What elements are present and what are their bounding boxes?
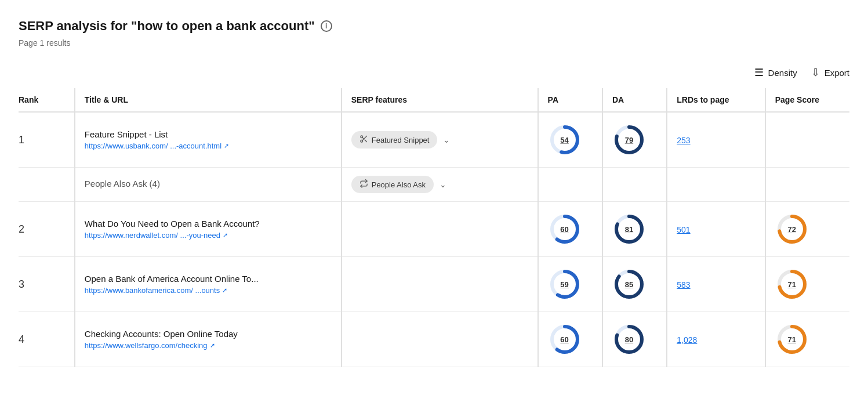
cell-page-score: 71 [765, 312, 849, 367]
external-link-icon: ➚ [224, 142, 229, 150]
toolbar: ☰ Density ⇩ Export [19, 66, 849, 79]
cell-rank: 1 [19, 112, 75, 168]
donut-chart: 60 [548, 323, 582, 356]
col-header-title: Title & URL [75, 88, 342, 112]
result-title: Checking Accounts: Open Online Today [85, 329, 332, 339]
density-label: Density [768, 68, 797, 78]
external-link-icon: ➚ [223, 231, 228, 239]
serp-badge-label: People Also Ask [372, 180, 426, 189]
cell-serp-features [342, 202, 538, 257]
export-icon: ⇩ [811, 66, 820, 79]
cell-rank [19, 168, 75, 202]
cell-page-score [765, 168, 849, 202]
cell-lrds [667, 168, 765, 202]
cell-title-url: Checking Accounts: Open Online Todayhttp… [75, 312, 342, 367]
donut-chart: 79 [612, 123, 646, 157]
export-button[interactable]: ⇩ Export [811, 66, 849, 79]
serp-badge-icon [359, 135, 368, 145]
cell-lrds: 1,028 [667, 312, 765, 367]
chevron-down-icon[interactable]: ⌄ [440, 180, 446, 189]
table-header-row: Rank Title & URL SERP features PA DA LRD… [19, 88, 849, 112]
donut-value[interactable]: 54 [560, 136, 568, 144]
page-subtitle: Page 1 results [19, 38, 849, 48]
result-url[interactable]: https://www.usbank.com/ ...-account.html… [85, 142, 332, 150]
results-table: Rank Title & URL SERP features PA DA LRD… [19, 88, 849, 367]
cell-title-url: Open a Bank of America Account Online To… [75, 257, 342, 312]
col-header-score: Page Score [765, 88, 849, 112]
page-title: SERP analysis for "how to open a bank ac… [19, 19, 849, 34]
cell-pa: 60 [538, 202, 602, 257]
result-title: What Do You Need to Open a Bank Account? [85, 219, 332, 229]
table-row: People Also Ask (4) People Also Ask ⌄ [19, 168, 849, 202]
donut-value[interactable]: 85 [625, 280, 633, 289]
serp-badge[interactable]: People Also Ask [351, 176, 434, 193]
cell-title-url: People Also Ask (4) [75, 168, 342, 202]
svg-line-4 [362, 137, 364, 139]
donut-chart: 81 [612, 212, 646, 246]
serp-badge-row: Featured Snippet ⌄ [351, 131, 528, 149]
lrds-link[interactable]: 253 [677, 136, 690, 145]
cell-title-url: What Do You Need to Open a Bank Account?… [75, 202, 342, 257]
result-title: Open a Bank of America Account Online To… [85, 274, 332, 284]
cell-serp-features: People Also Ask ⌄ [342, 168, 538, 202]
donut-value[interactable]: 71 [787, 335, 796, 344]
cell-da [602, 168, 667, 202]
density-button[interactable]: ☰ Density [754, 66, 797, 79]
result-url[interactable]: https://www.nerdwallet.com/ ...-you-need… [85, 231, 332, 240]
cell-serp-features: Featured Snippet ⌄ [342, 112, 538, 168]
donut-chart: 85 [612, 267, 646, 301]
serp-badge[interactable]: Featured Snippet [351, 131, 438, 149]
donut-value[interactable]: 60 [560, 335, 568, 344]
cell-page-score: 72 [765, 202, 849, 257]
table-row: 4Checking Accounts: Open Online Todayhtt… [19, 312, 849, 367]
col-header-lrds: LRDs to page [667, 88, 765, 112]
lrds-link[interactable]: 1,028 [677, 335, 697, 345]
svg-line-3 [365, 140, 366, 142]
density-icon: ☰ [754, 66, 764, 79]
donut-value[interactable]: 59 [560, 280, 568, 289]
donut-value[interactable]: 60 [560, 225, 568, 234]
result-url[interactable]: https://www.wellsfargo.com/checking ➚ [85, 341, 332, 350]
external-link-icon: ➚ [222, 287, 227, 294]
lrds-link[interactable]: 583 [677, 280, 690, 289]
donut-value[interactable]: 81 [625, 225, 633, 234]
donut-chart: 71 [775, 267, 809, 301]
donut-value[interactable]: 79 [625, 136, 633, 144]
cell-lrds: 501 [667, 202, 765, 257]
result-title: People Also Ask (4) [85, 179, 332, 189]
donut-value[interactable]: 72 [787, 225, 796, 234]
donut-value[interactable]: 80 [625, 335, 633, 344]
cell-da: 80 [602, 312, 667, 367]
donut-chart: 72 [775, 212, 809, 246]
donut-chart: 60 [548, 212, 582, 246]
cell-pa: 54 [538, 112, 602, 168]
cell-pa: 60 [538, 312, 602, 367]
cell-page-score [765, 112, 849, 168]
info-icon[interactable]: i [321, 20, 332, 32]
table-row: 3Open a Bank of America Account Online T… [19, 257, 849, 312]
table-row: 1Feature Snippet - Listhttps://www.usban… [19, 112, 849, 168]
serp-badge-row: People Also Ask ⌄ [351, 176, 528, 193]
lrds-link[interactable]: 501 [677, 225, 690, 234]
table-row: 2What Do You Need to Open a Bank Account… [19, 202, 849, 257]
cell-rank: 2 [19, 202, 75, 257]
donut-value[interactable]: 71 [787, 280, 796, 289]
cell-da: 85 [602, 257, 667, 312]
cell-da: 79 [602, 112, 667, 168]
chevron-down-icon[interactable]: ⌄ [443, 135, 450, 144]
result-title: Feature Snippet - List [85, 129, 332, 139]
donut-chart: 59 [548, 267, 582, 301]
cell-serp-features [342, 257, 538, 312]
col-header-pa: PA [538, 88, 602, 112]
col-header-rank: Rank [19, 88, 75, 112]
cell-da: 81 [602, 202, 667, 257]
cell-rank: 3 [19, 257, 75, 312]
serp-badge-icon [359, 179, 368, 190]
cell-pa [538, 168, 602, 202]
col-header-da: DA [602, 88, 667, 112]
result-url[interactable]: https://www.bankofamerica.com/ ...ounts … [85, 286, 332, 295]
donut-chart: 80 [612, 323, 646, 356]
cell-rank: 4 [19, 312, 75, 367]
cell-page-score: 71 [765, 257, 849, 312]
serp-badge-label: Featured Snippet [372, 136, 430, 144]
